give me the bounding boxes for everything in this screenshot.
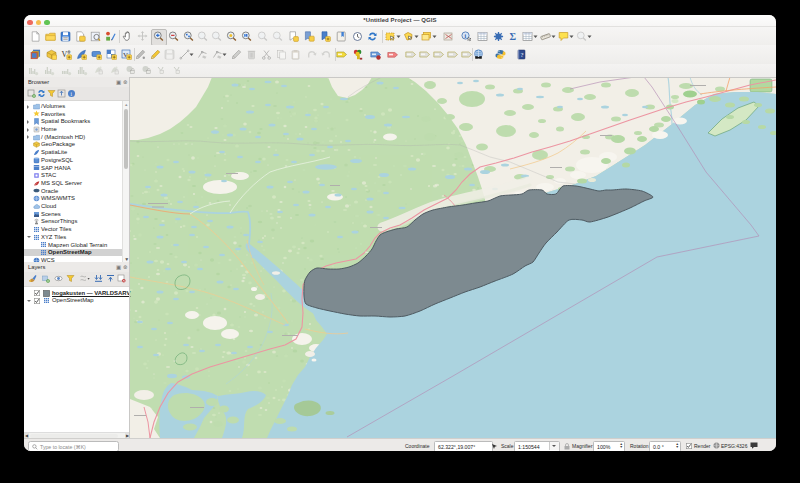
svg-text:?: ? bbox=[520, 51, 523, 58]
svg-text:Σ: Σ bbox=[509, 31, 516, 42]
